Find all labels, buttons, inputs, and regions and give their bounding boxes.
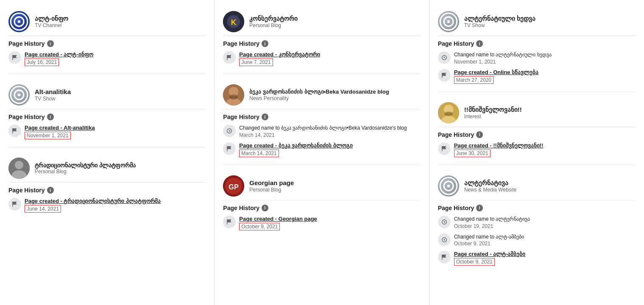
event-alternativa-changed2: Changed name to ალტ-ამბები October 9, 20… [438, 233, 636, 247]
event-georgian-created: Page created - Georgian page October 9, … [223, 216, 420, 230]
flag-icon-beka [223, 142, 236, 155]
flag-icon-georgian [223, 216, 236, 228]
event-title-altanalitika[interactable]: Page created - Alt-analitika [25, 125, 206, 131]
event-title-alternatiuli[interactable]: Page created - Online სწავლება [454, 69, 636, 75]
page-info-konservatori: კონსერვატორი Personal Blog [249, 15, 298, 28]
event-date-mnishvnelovani: June 30, 2021 [454, 150, 491, 157]
info-icon-alternatiuli: i [476, 40, 483, 47]
page-header-alternativa: ალტერნატივა News & Media Website [438, 171, 636, 200]
info-icon-mnishvnelovani: i [476, 131, 483, 138]
event-alternativa-changed1: Changed name to ალტერნატივა October 19, … [438, 216, 636, 229]
changed-text-beka: Changed name to ბეკა ვარდოსანიძის ბლოგი•… [239, 125, 420, 132]
card-alternatiuli: ალტერნატიული ხედვა TV Show Page History … [438, 7, 636, 84]
event-details-mnishvnelovani: Page created - !!მნიშვნელოვანი!! June 30… [454, 142, 636, 157]
page-container: ალტ-ინფო TV Channel Page History i Page … [0, 0, 644, 305]
divider-6 [438, 165, 636, 165]
history-altanalitika: Page History i Page created - Alt-analit… [8, 114, 206, 139]
divider-4 [223, 165, 420, 165]
svg-point-21 [447, 20, 450, 23]
card-alternativa: ალტერნატივა News & Media Website Page Hi… [438, 171, 636, 266]
divider-2 [8, 147, 206, 147]
history-title-mnishvnelovani: Page History i [438, 131, 636, 138]
card-georgian: GP Georgian page Personal Blog Page Hist… [223, 171, 420, 230]
event-details-alternativa-created: Page created - ალტ-ამბები October 9, 202… [454, 251, 636, 266]
history-title-alternativa: Page History i [438, 205, 636, 211]
page-header-trad: ტრადიციონალისტური პლატფორმა Personal Blo… [8, 153, 206, 183]
avatar-georgian: GP [223, 175, 244, 197]
history-title-alternatiuli: Page History i [438, 40, 636, 47]
changed-text-alternativa2: Changed name to ალტ-ამბები [454, 233, 636, 241]
avatar-beka [223, 84, 244, 105]
card-trad: ტრადიციონალისტური პლატფორმა Personal Blo… [8, 153, 206, 213]
info-icon-altinfo: i [47, 40, 54, 47]
page-name-alternativa: ალტერნატივა [464, 179, 517, 187]
event-details-alternativa-changed2: Changed name to ალტ-ამბები October 9, 20… [454, 233, 636, 247]
event-alternativa-created: Page created - ალტ-ამბები October 9, 202… [438, 251, 636, 266]
changed-date-alternativa2: October 9, 2021 [454, 241, 636, 247]
page-type-altinfo: TV Channel [35, 22, 68, 28]
avatar-alternativa [438, 175, 459, 197]
info-icon-konservatori: i [262, 40, 268, 47]
history-title-altinfo: Page History i [8, 40, 206, 47]
page-info-georgian: Georgian page Personal Blog [249, 179, 294, 193]
event-title-konservatori[interactable]: Page created - კონსერვატორი [239, 51, 420, 58]
flag-icon-altinfo [8, 51, 21, 64]
avatar-alternatiuli [438, 11, 459, 32]
flag-icon-konservatori [223, 51, 236, 64]
event-date-konservatori: June 7, 2021 [239, 58, 273, 66]
page-name-trad: ტრადიციონალისტური პლატფორმა [35, 162, 136, 169]
page-type-georgian: Personal Blog [249, 187, 294, 193]
avatar-trad [8, 158, 30, 179]
page-type-alternativa: News & Media Website [464, 187, 517, 193]
change-icon-alternatiuli [438, 51, 451, 64]
event-title-beka[interactable]: Page created - ბეკა ვარდოსანიძის ბლოგი [239, 142, 420, 149]
page-name-konservatori: კონსერვატორი [249, 15, 298, 22]
page-name-altanalitika: Alt-analitika [35, 88, 71, 96]
event-date-trad: June 14, 2021 [25, 205, 61, 213]
info-icon-georgian: i [262, 205, 268, 211]
page-info-mnishvnelovani: !!მნიშვნელოვანი!! Interest [464, 106, 522, 119]
event-details-georgian: Page created - Georgian page October 9, … [239, 216, 420, 230]
svg-point-25 [444, 111, 453, 116]
card-altinfo: ალტ-ინფო TV Channel Page History i Page … [8, 7, 206, 66]
card-altanalitika: Alt-analitika TV Show Page History i Pag… [8, 80, 206, 139]
changed-text-alternatiuli: Changed name to ალტერნატიული ხედვა [454, 51, 636, 58]
changed-date-alternatiuli: November 1, 2021 [454, 59, 636, 65]
event-konservatori-created: Page created - კონსერვატორი June 7, 2021 [223, 51, 420, 66]
card-beka: ბეკა ვარდოსანიძის ბლოგი•Beka Vardosanidz… [223, 80, 420, 157]
event-altinfo-created: Page created - ალტ-ინფო July 16, 2021 [8, 51, 206, 66]
page-type-alternatiuli: TV Show [464, 22, 535, 28]
svg-point-15 [229, 94, 238, 100]
avatar-konservatori: K [223, 11, 244, 32]
page-name-mnishvnelovani: !!მნიშვნელოვანი!! [464, 106, 522, 114]
history-altinfo: Page History i Page created - ალტ-ინფო J… [8, 40, 206, 66]
event-title-altinfo[interactable]: Page created - ალტ-ინფო [25, 51, 206, 58]
svg-text:GP: GP [229, 183, 239, 190]
event-mnishvnelovani-created: Page created - !!მნიშვნელოვანი!! June 30… [438, 142, 636, 157]
changed-text-alternativa1: Changed name to ალტერნატივა [454, 216, 636, 223]
event-details-alternatiuli-created: Page created - Online სწავლება March 27,… [454, 69, 636, 84]
event-title-mnishvnelovani[interactable]: Page created - !!მნიშვნელოვანი!! [454, 142, 636, 149]
info-icon-trad: i [47, 187, 54, 194]
page-info-altanalitika: Alt-analitika TV Show [35, 88, 71, 102]
event-title-georgian[interactable]: Page created - Georgian page [239, 216, 420, 222]
page-header-altinfo: ალტ-ინფო TV Channel [8, 7, 206, 36]
page-info-alternatiuli: ალტერნატიული ხედვა TV Show [464, 15, 535, 28]
event-details-beka-changed: Changed name to ბეკა ვარდოსანიძის ბლოგი•… [239, 125, 420, 138]
event-details-altinfo: Page created - ალტ-ინფო July 16, 2021 [25, 51, 206, 66]
divider-1 [8, 74, 206, 74]
avatar-mnishvnelovani [438, 102, 459, 123]
svg-text:K: K [231, 18, 237, 27]
flag-icon-alternativa [438, 251, 451, 263]
changed-date-alternativa1: October 19, 2021 [454, 223, 636, 229]
page-type-mnishvnelovani: Interest [464, 114, 522, 119]
event-details-trad: Page created - ტრადიციონალისტური პლატფორ… [25, 198, 206, 213]
history-title-konservatori: Page History i [223, 40, 420, 47]
history-alternatiuli: Page History i Changed name to ალტერნატი… [438, 40, 636, 84]
page-header-konservatori: K კონსერვატორი Personal Blog [223, 7, 420, 36]
info-icon-beka: i [262, 114, 268, 120]
flag-icon-altanalitika [8, 125, 21, 137]
event-alternatiuli-changed: Changed name to ალტერნატიული ხედვა Novem… [438, 51, 636, 65]
event-title-alternativa[interactable]: Page created - ალტ-ამბები [454, 251, 636, 257]
event-title-trad[interactable]: Page created - ტრადიციონალისტური პლატფორ… [25, 198, 206, 204]
